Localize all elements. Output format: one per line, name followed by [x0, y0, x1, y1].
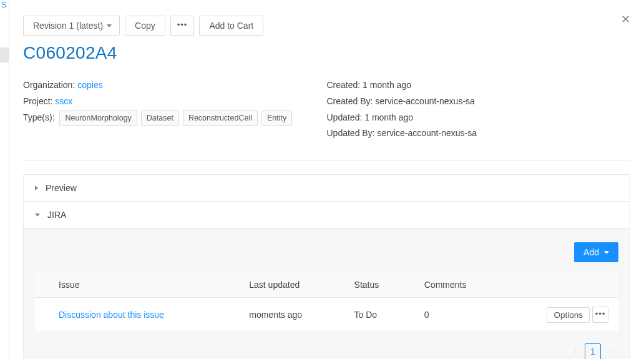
preview-panel-title: Preview — [46, 183, 77, 193]
col-status: Status — [344, 272, 414, 298]
partial-label: S — [0, 0, 9, 9]
type-tag: ReconstructedCell — [183, 111, 258, 126]
created-value: 1 month ago — [363, 80, 411, 90]
left-sidebar-sliver: S — [0, 0, 9, 359]
resource-title: C060202A4 — [23, 43, 630, 63]
revision-dropdown[interactable]: Revision 1 (latest) — [23, 16, 120, 36]
created-label: Created: — [327, 80, 361, 90]
project-label: Project: — [23, 96, 52, 106]
created-by-label: Created By: — [327, 96, 373, 106]
page-1[interactable]: 1 — [585, 343, 601, 359]
ellipsis-icon: ••• — [595, 309, 606, 318]
types-label: Type(s): — [23, 112, 55, 122]
updated-by-value: service-account-nexus-sa — [377, 128, 477, 138]
resource-detail-modal: ✕ Revision 1 (latest) Copy ••• Add to Ca… — [23, 0, 644, 359]
add-jira-button[interactable]: Add — [574, 242, 618, 262]
metadata-section: Organization: copies Project: sscx Type(… — [23, 78, 630, 142]
jira-panel-title: JIRA — [47, 210, 66, 220]
jira-issues-table: Issue Last updated Status Comments Discu… — [35, 272, 618, 332]
col-issue: Issue — [35, 272, 239, 298]
row-options-button[interactable]: Options — [547, 307, 590, 323]
preview-panel-header[interactable]: Preview — [24, 175, 630, 201]
cell-comments: 0 — [414, 298, 519, 332]
copy-button[interactable]: Copy — [125, 16, 165, 36]
cell-status: To Do — [344, 298, 414, 332]
updated-label: Updated: — [327, 112, 363, 122]
issue-link[interactable]: Discussion about this issue — [59, 310, 164, 320]
type-tag: NeuronMorphology — [59, 111, 137, 126]
chevron-down-icon — [107, 24, 112, 27]
page-prev[interactable]: 〈 — [567, 347, 580, 357]
col-comments: Comments — [414, 272, 519, 298]
jira-panel-body: Add Issue Last updated Status Comments — [24, 228, 630, 359]
jira-panel: JIRA Add Issue Last updated Status — [23, 202, 630, 359]
divider — [23, 160, 630, 160]
org-label: Organization: — [23, 80, 75, 90]
cell-last-updated: moments ago — [239, 298, 344, 332]
pagination: 〈 1 〉 — [35, 343, 618, 359]
org-link[interactable]: copies — [77, 80, 102, 90]
project-link[interactable]: sscx — [55, 96, 72, 106]
row-more-button[interactable]: ••• — [592, 307, 608, 323]
more-actions-button[interactable]: ••• — [170, 16, 195, 36]
type-tag: Dataset — [141, 111, 179, 126]
partial-selected-row — [0, 47, 9, 62]
table-row: Discussion about this issue moments ago … — [35, 298, 618, 332]
preview-panel: Preview — [23, 174, 630, 202]
updated-value: 1 month ago — [364, 112, 413, 122]
created-by-value: service-account-nexus-sa — [375, 96, 475, 106]
chevron-down-icon — [35, 214, 40, 217]
type-tag: Entity — [261, 111, 292, 126]
metadata-right: Created: 1 month ago Created By: service… — [327, 78, 631, 142]
toolbar: Revision 1 (latest) Copy ••• Add to Cart — [23, 16, 630, 36]
chevron-down-icon — [604, 251, 609, 254]
col-last-updated: Last updated — [239, 272, 344, 298]
table-header-row: Issue Last updated Status Comments — [35, 272, 618, 298]
ellipsis-icon: ••• — [177, 20, 188, 29]
chevron-right-icon — [35, 185, 38, 190]
jira-panel-header[interactable]: JIRA — [24, 202, 630, 228]
add-to-cart-button[interactable]: Add to Cart — [199, 16, 263, 36]
revision-label: Revision 1 (latest) — [33, 21, 103, 31]
page-next[interactable]: 〉 — [606, 347, 618, 357]
close-icon[interactable]: ✕ — [621, 14, 630, 25]
updated-by-label: Updated By: — [327, 128, 375, 138]
metadata-left: Organization: copies Project: sscx Type(… — [23, 78, 327, 142]
